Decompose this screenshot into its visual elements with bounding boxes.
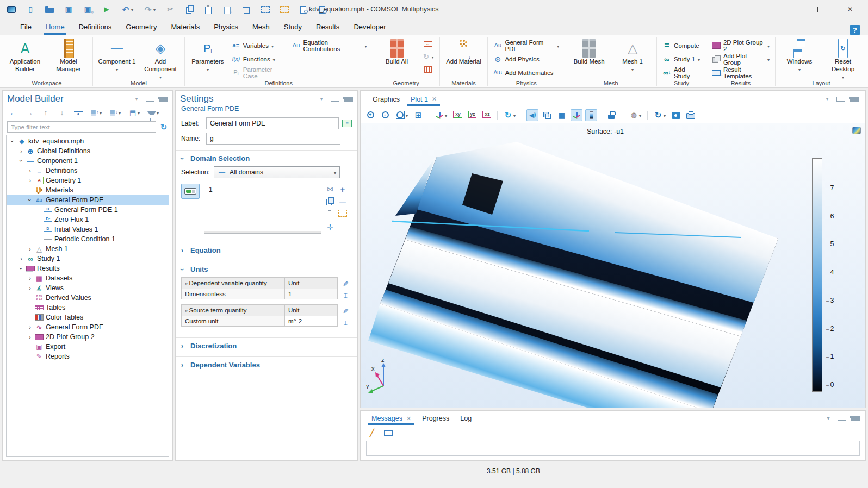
tree-item[interactable]: Zero Flux 1 — [7, 215, 169, 224]
messages-tab[interactable]: Messages ✕ — [366, 411, 417, 425]
graphics-tool[interactable] — [652, 109, 667, 121]
mesh-1-button[interactable]: Mesh 1 — [612, 37, 653, 73]
graphics-tool[interactable] — [646, 109, 649, 121]
add-study-button[interactable]: Add Study — [661, 66, 702, 79]
window-control-button[interactable] — [844, 3, 856, 15]
close-icon[interactable]: ✕ — [406, 415, 411, 422]
tree-item[interactable]: Study 1 — [7, 254, 169, 264]
menu-tab[interactable]: Developer — [346, 20, 393, 35]
menu-tab[interactable]: Results — [309, 20, 346, 35]
model-builder-tool[interactable] — [108, 107, 122, 118]
active-toggle-button[interactable] — [181, 184, 200, 199]
qat-button[interactable] — [142, 3, 157, 15]
qat-button[interactable] — [202, 3, 214, 15]
qat-button[interactable] — [240, 3, 252, 15]
graphics-tool[interactable] — [394, 109, 410, 121]
physics-interface-button[interactable]: General Form PDE — [492, 39, 561, 52]
model-manager-button[interactable]: Model Manager — [48, 37, 89, 73]
tree-item[interactable]: Reports — [7, 352, 169, 361]
graphics-tool[interactable] — [556, 109, 568, 121]
table-cell[interactable]: 1 — [285, 289, 338, 299]
qat-button[interactable] — [5, 4, 17, 15]
tree-item[interactable]: 2D Plot Group 2 — [7, 332, 169, 342]
model-builder-tool[interactable] — [23, 107, 35, 118]
geometry-tool-button[interactable] — [420, 51, 436, 62]
model-builder-tool[interactable] — [56, 107, 68, 118]
build-all-button[interactable]: Build All — [377, 37, 417, 66]
qat-button[interactable] — [164, 3, 176, 15]
insert-unit-icon[interactable] — [341, 318, 350, 327]
equation-contributions-button[interactable]: Equation Contributions — [290, 39, 369, 52]
add-mathematics-button[interactable]: Add Mathematics — [492, 66, 561, 79]
menu-tab[interactable]: File — [13, 20, 39, 35]
component-1-button[interactable]: Component 1 — [97, 37, 137, 73]
graphics-tool[interactable] — [571, 109, 582, 121]
model-builder-tool[interactable] — [127, 107, 141, 118]
copy-selection-icon[interactable] — [326, 197, 334, 206]
model-builder-tool[interactable] — [72, 108, 84, 118]
result-templates-button[interactable]: Result Templates — [710, 66, 771, 79]
add-component-button[interactable]: Add Component — [140, 37, 181, 80]
graphics-tool[interactable] — [495, 109, 499, 121]
tree-item[interactable]: Global Definitions — [7, 146, 169, 156]
rename-label-icon[interactable] — [342, 120, 352, 127]
parameters-button[interactable]: Parameters — [189, 37, 227, 73]
tree-expander-icon[interactable] — [27, 324, 33, 330]
panel-caret-icon[interactable] — [317, 95, 326, 103]
domain-list-item[interactable]: 1 — [209, 186, 317, 193]
messages-tab[interactable]: Log — [455, 411, 477, 425]
remove-item-icon[interactable] — [338, 197, 347, 206]
graphics-tool[interactable] — [606, 109, 618, 121]
label-field[interactable] — [206, 117, 339, 129]
panel-float-icon[interactable] — [331, 97, 339, 102]
windows-button[interactable]: Windows — [779, 37, 820, 73]
messages-tab[interactable]: Progress — [417, 411, 455, 425]
panel-caret-icon[interactable] — [824, 414, 833, 423]
qat-button[interactable] — [297, 3, 309, 15]
tree-expander-icon[interactable] — [27, 167, 33, 174]
geometry-tool-button[interactable] — [420, 40, 436, 48]
link-selection-icon[interactable] — [326, 185, 334, 193]
model-builder-tool[interactable] — [146, 107, 160, 118]
graphics-tool[interactable] — [502, 109, 517, 121]
model-builder-tool[interactable] — [40, 107, 52, 118]
panel-pin-icon[interactable] — [851, 416, 860, 421]
tree-expander-icon[interactable] — [10, 138, 15, 145]
tree-item[interactable]: Component 1 — [7, 156, 169, 166]
graphics-tool[interactable] — [433, 109, 449, 121]
menu-tab[interactable]: Geometry — [119, 20, 164, 35]
edit-table-icon[interactable] — [341, 279, 350, 288]
tree-expander-icon[interactable] — [27, 334, 33, 340]
qat-button[interactable] — [259, 4, 271, 15]
paste-selection-icon[interactable] — [326, 210, 334, 218]
tree-expander-icon[interactable] — [27, 275, 33, 281]
panel-pin-icon[interactable] — [344, 97, 353, 102]
tree-item[interactable]: Tables — [7, 303, 169, 312]
add-plot-group-button[interactable]: Add Plot Group — [710, 52, 771, 66]
qat-button[interactable] — [44, 4, 55, 15]
window-control-button[interactable] — [788, 3, 799, 15]
tree-expander-icon[interactable] — [27, 197, 33, 203]
tree-item[interactable]: Mesh 1 — [7, 244, 169, 254]
tree-expander-icon[interactable] — [18, 148, 24, 154]
graphics-tool[interactable] — [412, 109, 424, 121]
tree-item[interactable]: Geometry 1 — [7, 176, 169, 185]
parameter-case-button[interactable]: Parameter Case — [230, 66, 287, 79]
geometry-tool-button[interactable] — [420, 65, 436, 74]
tree-item[interactable]: General Form PDE — [7, 195, 169, 205]
graphics-tab[interactable]: Graphics — [367, 92, 405, 106]
name-field[interactable] — [206, 133, 340, 145]
functions-button[interactable]: Functions — [230, 52, 287, 66]
dependent-variables-header[interactable]: Dependent Variables — [176, 357, 357, 372]
graphics-tool[interactable] — [451, 110, 463, 120]
panel-caret-icon[interactable] — [823, 95, 832, 103]
qat-button[interactable] — [278, 4, 290, 15]
graphics-tool[interactable] — [685, 110, 697, 121]
add-material-button[interactable]: Add Material — [443, 37, 483, 66]
tree-item[interactable]: Datasets — [7, 273, 169, 283]
graphics-tool[interactable] — [520, 109, 524, 121]
tree-filter-input[interactable] — [7, 121, 156, 133]
qat-button[interactable] — [101, 3, 113, 15]
discretization-header[interactable]: Discretization — [176, 338, 357, 353]
application-builder-button[interactable]: Application Builder — [5, 37, 45, 73]
